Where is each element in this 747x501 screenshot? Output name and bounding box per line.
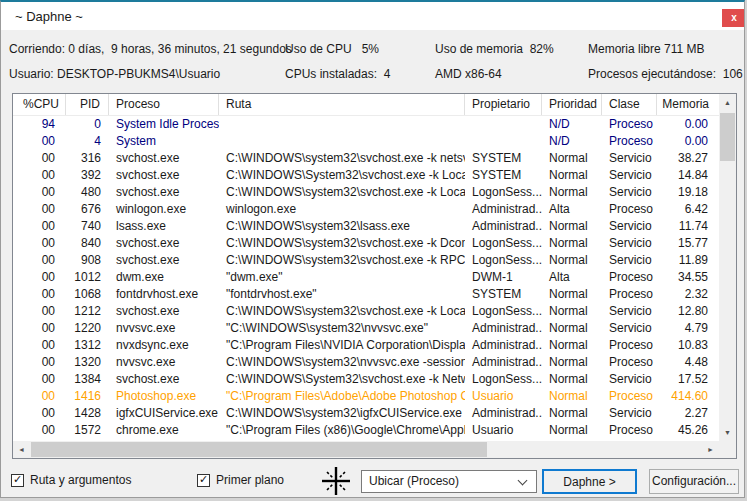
cell-prioridad: Normal xyxy=(542,167,602,184)
column-header-proceso[interactable]: Proceso xyxy=(109,94,219,115)
cell-ruta xyxy=(219,116,465,133)
column-header-prioridad[interactable]: Prioridad xyxy=(542,94,602,115)
cell-clase: Proceso xyxy=(602,388,657,405)
cell-prioridad: Normal xyxy=(542,252,602,269)
stat-processes: Procesos ejecutándose: 106 xyxy=(588,67,743,81)
daphne-window: ~ Daphne ~ x Corriendo: 0 días, 9 horas,… xyxy=(0,0,745,498)
cell-propietario: DWM-1 xyxy=(465,269,542,286)
stat-cpu-usage: Uso de CPU 5% xyxy=(285,42,379,56)
cell-prioridad: Normal xyxy=(542,235,602,252)
column-header-ruta[interactable]: Ruta xyxy=(219,94,465,115)
cell-pid: 1068 xyxy=(66,286,109,303)
cell-pid: 1416 xyxy=(66,388,109,405)
table-row[interactable]: 00 908 svchost.exe C:\WINDOWS\system32\s… xyxy=(13,252,719,269)
stat-running: Corriendo: 0 días, 9 horas, 36 minutos, … xyxy=(9,42,292,56)
horizontal-scrollbar[interactable]: ◄ ► xyxy=(13,441,719,458)
cell-prioridad: N/D xyxy=(542,133,602,150)
scroll-down-icon[interactable]: ▼ xyxy=(719,424,736,441)
ubicar-dropdown[interactable]: Ubicar (Proceso) xyxy=(361,470,537,493)
table-row[interactable]: 00 740 lsass.exe C:\WINDOWS\system32\lsa… xyxy=(13,218,719,235)
close-button[interactable]: x xyxy=(722,9,745,27)
checkbox-ruta-y-argumentos[interactable]: Ruta y argumentos xyxy=(11,473,131,487)
cell-ruta: "C:\Program Files\Adobe\Adobe Photoshop … xyxy=(219,388,465,405)
column-header-cpu[interactable]: %CPU xyxy=(13,94,66,115)
cell-clase: Proceso xyxy=(602,354,657,371)
column-header-clase[interactable]: Clase xyxy=(602,94,657,115)
cell-memoria: 11.89 xyxy=(657,252,713,269)
cell-cpu: 00 xyxy=(13,150,66,167)
process-table: %CPU PID Proceso Ruta Propietario Priori… xyxy=(12,93,737,459)
cell-cpu: 00 xyxy=(13,235,66,252)
table-row[interactable]: 94 0 System Idle Process N/D Proceso 0.0… xyxy=(13,116,719,133)
table-row[interactable]: 00 1384 svchost.exe C:\WINDOWS\System32\… xyxy=(13,371,719,388)
table-row[interactable]: 00 1068 fontdrvhost.exe "fontdrvhost.exe… xyxy=(13,286,719,303)
cell-pid: 1212 xyxy=(66,303,109,320)
cell-propietario: Administrad... xyxy=(465,405,542,422)
column-header-memoria[interactable]: Memoria xyxy=(657,94,713,115)
daphne-menu-button[interactable]: Daphne > xyxy=(542,469,637,494)
window-finder-crosshair-icon[interactable] xyxy=(321,466,351,496)
cell-propietario: SYSTEM xyxy=(465,286,542,303)
cell-memoria: 34.55 xyxy=(657,269,713,286)
cell-cpu: 00 xyxy=(13,133,66,150)
cell-proceso: svchost.exe xyxy=(109,252,219,269)
scroll-left-icon[interactable]: ◄ xyxy=(13,441,30,458)
cell-propietario: Administrad... xyxy=(465,201,542,218)
table-row[interactable]: 00 1220 nvvsvc.exe "C:\WINDOWS\system32\… xyxy=(13,320,719,337)
cell-pid: 0 xyxy=(66,116,109,133)
cell-memoria: 6.42 xyxy=(657,201,713,218)
cell-proceso: fontdrvhost.exe xyxy=(109,286,219,303)
cell-prioridad: Normal xyxy=(542,150,602,167)
cell-clase: Servicio xyxy=(602,303,657,320)
table-row[interactable]: 00 480 svchost.exe C:\WINDOWS\system32\s… xyxy=(13,184,719,201)
table-row[interactable]: 00 1428 igfxCUIService.exe C:\WINDOWS\sy… xyxy=(13,405,719,422)
cell-ruta: C:\WINDOWS\system32\svchost.exe -k RPCSS xyxy=(219,252,465,269)
column-header-pid[interactable]: PID xyxy=(66,94,109,115)
cell-memoria: 4.48 xyxy=(657,354,713,371)
cell-propietario: LogonSess... xyxy=(465,235,542,252)
horizontal-scroll-thumb[interactable] xyxy=(31,442,487,457)
cell-ruta: C:\WINDOWS\System32\svchost.exe -k Netw.… xyxy=(219,371,465,388)
table-row[interactable]: 00 840 svchost.exe C:\WINDOWS\system32\s… xyxy=(13,235,719,252)
cell-cpu: 00 xyxy=(13,167,66,184)
cell-clase: Proceso xyxy=(602,337,657,354)
table-row[interactable]: 00 1012 dwm.exe "dwm.exe" DWM-1 Alta Pro… xyxy=(13,269,719,286)
table-row[interactable]: 00 1416 Photoshop.exe "C:\Program Files\… xyxy=(13,388,719,405)
table-row[interactable]: 00 1320 nvvsvc.exe C:\WINDOWS\system32\n… xyxy=(13,354,719,371)
cell-proceso: Photoshop.exe xyxy=(109,388,219,405)
configuration-button[interactable]: Configuración... xyxy=(649,469,739,494)
cell-ruta: C:\WINDOWS\system32\svchost.exe -k Dcom.… xyxy=(219,235,465,252)
cell-prioridad: Normal xyxy=(542,303,602,320)
checkbox-primer-plano[interactable]: Primer plano xyxy=(197,473,284,487)
cell-cpu: 00 xyxy=(13,252,66,269)
table-row[interactable]: 00 1572 chrome.exe "C:\Program Files (x8… xyxy=(13,422,719,439)
vertical-scrollbar[interactable]: ▲ ▼ xyxy=(719,94,736,441)
column-header-propietario[interactable]: Propietario xyxy=(465,94,542,115)
cell-ruta: C:\WINDOWS\system32\svchost.exe -k netsv… xyxy=(219,150,465,167)
table-row[interactable]: 00 676 winlogon.exe winlogon.exe Adminis… xyxy=(13,201,719,218)
stat-cpus: CPUs instaladas: 4 xyxy=(285,67,390,81)
cell-prioridad: Normal xyxy=(542,405,602,422)
cell-cpu: 00 xyxy=(13,303,66,320)
cell-clase: Proceso xyxy=(602,133,657,150)
table-row[interactable]: 00 316 svchost.exe C:\WINDOWS\system32\s… xyxy=(13,150,719,167)
cell-memoria: 2.27 xyxy=(657,405,713,422)
checkbox-box-icon[interactable] xyxy=(11,474,24,487)
scroll-right-icon[interactable]: ► xyxy=(702,441,719,458)
table-row[interactable]: 00 1312 nvxdsync.exe "C:\Program Files\N… xyxy=(13,337,719,354)
window-title: ~ Daphne ~ xyxy=(15,9,83,24)
cell-clase: Servicio xyxy=(602,218,657,235)
cell-pid: 4 xyxy=(66,133,109,150)
cell-pid: 676 xyxy=(66,201,109,218)
scroll-up-icon[interactable]: ▲ xyxy=(719,94,736,111)
cell-ruta: C:\WINDOWS\system32\svchost.exe -k Local… xyxy=(219,184,465,201)
table-row[interactable]: 00 4 System N/D Proceso 0.00 xyxy=(13,133,719,150)
cell-memoria: 10.83 xyxy=(657,337,713,354)
table-row[interactable]: 00 392 svchost.exe C:\WINDOWS\System32\s… xyxy=(13,167,719,184)
checkbox-box-icon[interactable] xyxy=(197,474,210,487)
vertical-scroll-thumb[interactable] xyxy=(720,113,735,161)
table-row[interactable]: 00 1212 svchost.exe C:\WINDOWS\system32\… xyxy=(13,303,719,320)
cell-ruta: "C:\WINDOWS\system32\nvvsvc.exe" xyxy=(219,320,465,337)
info-panel: Corriendo: 0 días, 9 horas, 36 minutos, … xyxy=(1,30,745,90)
cell-proceso: svchost.exe xyxy=(109,167,219,184)
